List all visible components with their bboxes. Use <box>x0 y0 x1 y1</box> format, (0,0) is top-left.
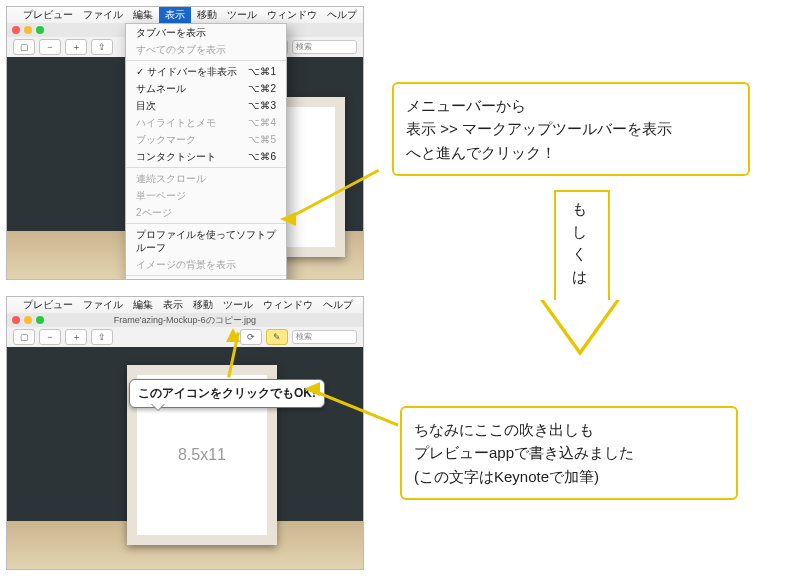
menu-item: 連続スクロール <box>126 170 286 187</box>
menu-preview[interactable]: プレビュー <box>23 298 73 312</box>
menu-preview[interactable]: プレビュー <box>23 8 73 22</box>
callout-line: (この文字はKeynoteで加筆) <box>414 465 724 488</box>
document-title: Frame'azing-Mockup-6のコピー.jpg <box>114 314 256 327</box>
traffic-lights[interactable] <box>12 316 44 324</box>
callout-line: プレビューappで書き込みました <box>414 441 724 464</box>
share-button[interactable]: ⇪ <box>91 329 113 345</box>
menubar: プレビュー ファイル 編集 表示 移動 ツール ウィンドウ ヘルプ <box>7 297 363 313</box>
share-button[interactable]: ⇪ <box>91 39 113 55</box>
callout-bottom: ちなみにここの吹き出しも プレビューappで書き込みました (この文字はKeyn… <box>400 406 738 500</box>
zoom-icon[interactable] <box>36 316 44 324</box>
toolbar: ▢ − ＋ ⇪ ⟳ ✎ 検索 <box>7 327 363 348</box>
menu-help[interactable]: ヘルプ <box>323 298 353 312</box>
search-input[interactable]: 検索 <box>292 330 357 344</box>
callout-top: メニューバーから 表示 >> マークアップツールバーを表示 へと進んでクリック！ <box>392 82 750 176</box>
menubar: プレビュー ファイル 編集 表示 移動 ツール ウィンドウ ヘルプ <box>7 7 363 23</box>
menu-item: イメージの背景を表示 <box>126 256 286 273</box>
window-titlebar: Frame'azing-Mockup-6のコピー.jpg <box>7 313 363 327</box>
menu-window[interactable]: ウィンドウ <box>263 298 313 312</box>
callout-line: ちなみにここの吹き出しも <box>414 418 724 441</box>
menu-item: ブックマーク⌥⌘5 <box>126 131 286 148</box>
menu-item[interactable]: プロファイルを使ってソフトプルーフ <box>126 226 286 256</box>
zoom-in-button[interactable]: ＋ <box>65 39 87 55</box>
menu-item: 2ページ <box>126 204 286 221</box>
menu-item: 単一ページ <box>126 187 286 204</box>
close-icon[interactable] <box>12 316 20 324</box>
minimize-icon[interactable] <box>24 26 32 34</box>
search-input[interactable]: 検索 <box>292 40 357 54</box>
menu-view[interactable]: 表示 <box>159 7 191 23</box>
menu-window[interactable]: ウィンドウ <box>267 8 317 22</box>
menu-item[interactable]: ✓ サイドバーを非表示⌥⌘1 <box>126 63 286 80</box>
menu-help[interactable]: ヘルプ <box>327 8 357 22</box>
minimize-icon[interactable] <box>24 316 32 324</box>
sidebar-button[interactable]: ▢ <box>13 39 35 55</box>
menu-item[interactable]: サムネール⌥⌘2 <box>126 80 286 97</box>
sidebar-button[interactable]: ▢ <box>13 329 35 345</box>
callout-line: 表示 >> マークアップツールバーを表示 <box>406 117 736 140</box>
zoom-in-button[interactable]: ＋ <box>65 329 87 345</box>
callout-line: メニューバーから <box>406 94 736 117</box>
zoom-out-button[interactable]: − <box>39 39 61 55</box>
or-text: もしくは <box>570 198 588 288</box>
menu-view[interactable]: 表示 <box>163 298 183 312</box>
or-arrow: もしくは <box>540 190 620 360</box>
menu-file[interactable]: ファイル <box>83 8 123 22</box>
zoom-icon[interactable] <box>36 26 44 34</box>
traffic-lights[interactable] <box>12 26 44 34</box>
speech-bubble: このアイコンをクリックでもOK! <box>129 379 325 408</box>
close-icon[interactable] <box>12 26 20 34</box>
menu-tools[interactable]: ツール <box>223 298 253 312</box>
menu-item[interactable]: コンタクトシート⌥⌘6 <box>126 148 286 165</box>
zoom-out-button[interactable]: − <box>39 329 61 345</box>
menu-item[interactable]: ✓ 実際のサイズ⌘0 <box>126 278 286 280</box>
arrow-to-menu <box>286 160 396 230</box>
menu-go[interactable]: 移動 <box>197 8 217 22</box>
menu-item: すべてのタブを表示 <box>126 41 286 58</box>
menu-edit[interactable]: 編集 <box>133 8 153 22</box>
menu-item[interactable]: 目次⌥⌘3 <box>126 97 286 114</box>
arrow-to-icon <box>232 332 272 392</box>
menu-file[interactable]: ファイル <box>83 298 123 312</box>
menu-edit[interactable]: 編集 <box>133 298 153 312</box>
view-menu-dropdown: タブバーを表示すべてのタブを表示✓ サイドバーを非表示⌥⌘1サムネール⌥⌘2目次… <box>125 23 287 280</box>
screenshot-top: プレビュー ファイル 編集 表示 移動 ツール ウィンドウ ヘルプ ▢ − ＋ … <box>6 6 364 280</box>
menu-go[interactable]: 移動 <box>193 298 213 312</box>
arrow-to-speech <box>310 380 410 440</box>
callout-line: へと進んでクリック！ <box>406 141 736 164</box>
menu-item[interactable]: タブバーを表示 <box>126 24 286 41</box>
menu-item: ハイライトとメモ⌥⌘4 <box>126 114 286 131</box>
menu-tools[interactable]: ツール <box>227 8 257 22</box>
page-size-text: 8.5x11 <box>178 446 226 464</box>
